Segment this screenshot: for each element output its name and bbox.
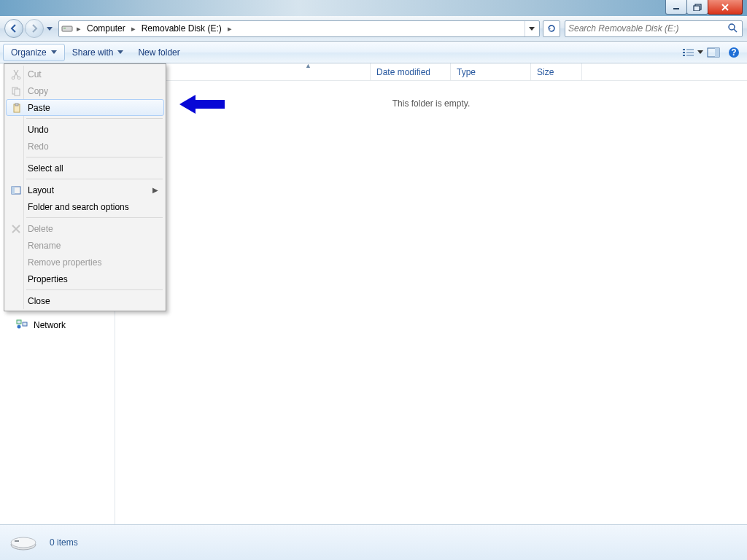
svg-marker-35 [179, 95, 225, 114]
refresh-icon [546, 23, 557, 34]
menu-item-undo[interactable]: Undo [6, 121, 164, 138]
chevron-right-icon: ▶ [152, 186, 158, 194]
file-list-pane[interactable]: ▲ Name Date modified Type Size This fold… [115, 63, 747, 524]
svg-rect-5 [62, 26, 72, 31]
svg-line-8 [734, 29, 737, 32]
arrow-left-icon [9, 23, 19, 34]
menu-item-label: Paste [28, 103, 50, 113]
menu-item-cut[interactable]: Cut [6, 66, 164, 82]
navigation-bar: ▸ Computer ▸ Removable Disk (E:) ▸ [0, 16, 747, 42]
menu-item-copy[interactable]: Copy [6, 82, 164, 99]
annotation-arrow [179, 93, 226, 115]
svg-rect-2 [694, 6, 700, 11]
cut-icon [9, 69, 23, 79]
column-header-name[interactable]: ▲ Name [247, 63, 371, 81]
sort-ascending-icon: ▲ [247, 62, 370, 69]
network-icon [16, 319, 29, 331]
help-icon: ? [728, 47, 740, 58]
menu-separator [26, 157, 163, 158]
address-breadcrumb[interactable]: ▸ Computer ▸ Removable Disk (E:) ▸ [58, 20, 540, 37]
column-header-size[interactable]: Size [531, 63, 582, 81]
menu-item-label: Close [28, 296, 50, 306]
svg-text:?: ? [731, 47, 736, 58]
menu-item-folder-options[interactable]: Folder and search options [6, 198, 164, 215]
menu-item-label: Select all [28, 163, 63, 174]
menu-item-label: Cut [28, 69, 42, 79]
history-dropdown-button[interactable] [45, 21, 54, 36]
menu-item-rename[interactable]: Rename [6, 237, 164, 254]
refresh-button[interactable] [543, 20, 560, 37]
svg-rect-14 [686, 55, 694, 56]
menu-item-label: Undo [28, 125, 49, 135]
breadcrumb-removable-disk[interactable]: Removable Disk (E:) [139, 21, 225, 36]
sidebar-item-network[interactable]: Network [16, 319, 66, 331]
search-input[interactable] [568, 23, 727, 34]
chevron-down-icon [117, 50, 123, 54]
delete-icon [9, 225, 23, 233]
svg-point-7 [729, 24, 735, 30]
svg-point-25 [12, 77, 15, 79]
svg-rect-16 [715, 48, 719, 57]
drive-large-icon [9, 532, 38, 553]
svg-point-21 [18, 325, 21, 329]
address-history-button[interactable] [525, 21, 538, 36]
drive-icon [61, 23, 74, 34]
menu-item-layout[interactable]: Layout ▶ [6, 182, 164, 198]
column-header-date-modified[interactable]: Date modified [371, 63, 451, 81]
menu-item-properties[interactable]: Properties [6, 271, 164, 287]
chevron-right-icon: ▸ [225, 24, 235, 34]
help-button[interactable]: ? [724, 44, 744, 61]
svg-rect-28 [15, 89, 20, 96]
menu-item-close[interactable]: Close [6, 292, 164, 309]
svg-rect-20 [23, 322, 27, 326]
new-folder-button[interactable]: New folder [131, 44, 187, 61]
command-bar: Organize Share with New folder ? [0, 42, 747, 63]
copy-icon [9, 86, 23, 96]
newfolder-label: New folder [138, 47, 179, 58]
minimize-button[interactable] [665, 0, 687, 15]
caption-button-group [666, 0, 743, 15]
chevron-down-icon [697, 50, 703, 54]
chevron-right-icon: ▸ [128, 24, 139, 34]
svg-rect-10 [686, 49, 694, 50]
menu-item-delete[interactable]: Delete [6, 220, 164, 237]
organize-dropdown-menu: Cut Copy Paste Undo Redo Select all Layo… [4, 63, 166, 311]
svg-rect-9 [683, 49, 685, 50]
breadcrumb-computer[interactable]: Computer [84, 21, 128, 36]
menu-item-label: Delete [28, 224, 53, 234]
column-header-row: ▲ Name Date modified Type Size [115, 63, 747, 81]
preview-pane-button[interactable] [703, 44, 724, 61]
sidebar-item-label: Network [34, 320, 66, 330]
status-item-count: 0 items [50, 537, 78, 548]
close-button[interactable] [708, 0, 743, 15]
menu-item-label: Redo [28, 141, 49, 152]
menu-item-label: Folder and search options [28, 202, 129, 212]
column-header-type[interactable]: Type [451, 63, 531, 81]
view-options-button[interactable] [674, 44, 703, 61]
chevron-down-icon [51, 50, 57, 54]
status-bar: 0 items [0, 524, 747, 560]
menu-item-paste[interactable]: Paste [6, 99, 164, 116]
back-button[interactable] [4, 19, 23, 38]
menu-item-select-all[interactable]: Select all [6, 160, 164, 176]
organize-menu-button[interactable]: Organize [3, 44, 65, 61]
search-box[interactable] [565, 20, 743, 37]
svg-rect-32 [12, 187, 15, 194]
paste-icon [10, 103, 23, 113]
svg-rect-19 [17, 320, 21, 324]
svg-rect-12 [686, 52, 694, 53]
maximize-button[interactable] [686, 0, 708, 15]
window-titlebar-strip [0, 0, 747, 16]
menu-item-label: Rename [28, 241, 61, 251]
menu-item-redo[interactable]: Redo [6, 138, 164, 155]
share-with-menu-button[interactable]: Share with [65, 44, 131, 61]
share-label: Share with [72, 47, 114, 58]
forward-button[interactable] [25, 19, 44, 38]
menu-item-label: Layout [28, 185, 54, 195]
view-details-icon [682, 47, 695, 58]
menu-item-label: Copy [28, 86, 48, 96]
menu-item-remove-properties[interactable]: Remove properties [6, 254, 164, 271]
svg-rect-6 [63, 28, 66, 28]
search-icon [727, 23, 739, 35]
svg-rect-11 [683, 52, 685, 53]
